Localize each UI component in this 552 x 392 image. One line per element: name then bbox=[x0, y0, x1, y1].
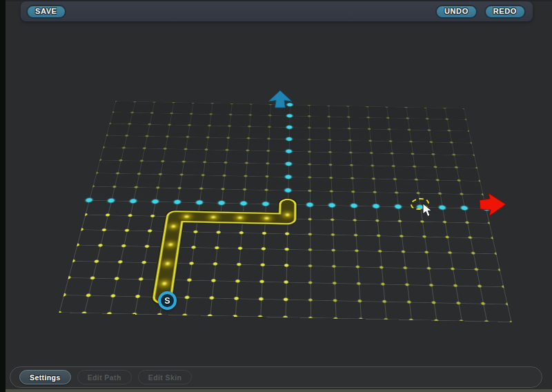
edit-skin-button[interactable]: Edit Skin bbox=[138, 370, 193, 384]
bottom-edge-strip bbox=[0, 389, 552, 392]
top-toolbar: SAVE UNDO REDO bbox=[21, 1, 533, 21]
redo-button[interactable]: REDO bbox=[484, 5, 526, 19]
undo-button[interactable]: UNDO bbox=[435, 5, 477, 19]
save-button[interactable]: SAVE bbox=[26, 5, 66, 19]
editor-canvas[interactable]: S bbox=[0, 0, 552, 392]
grid-plane[interactable] bbox=[59, 101, 511, 322]
top-edge-strip bbox=[0, 0, 552, 1]
right-arrow-icon[interactable] bbox=[479, 191, 506, 217]
level-editor-window: SAVE UNDO REDO bbox=[0, 0, 552, 392]
start-marker[interactable]: S bbox=[158, 291, 177, 310]
enemy-path[interactable] bbox=[59, 101, 511, 322]
up-arrow-icon[interactable] bbox=[266, 90, 294, 108]
start-marker-label: S bbox=[164, 297, 170, 305]
settings-button[interactable]: Settings bbox=[19, 370, 71, 384]
mode-toolbar: Settings Edit Path Edit Skin bbox=[10, 366, 542, 388]
cursor-icon bbox=[422, 203, 433, 217]
left-edge-strip bbox=[0, 0, 6, 392]
edit-path-button[interactable]: Edit Path bbox=[77, 370, 132, 384]
grid-scene bbox=[0, 0, 552, 392]
